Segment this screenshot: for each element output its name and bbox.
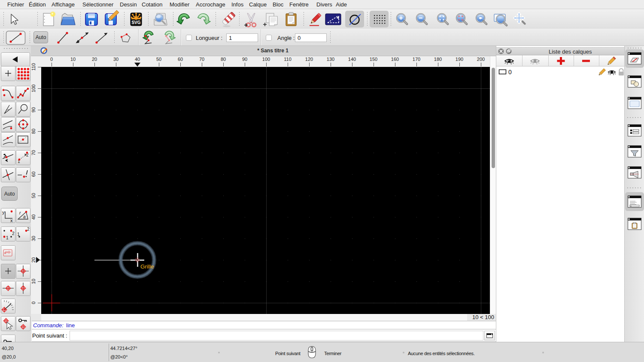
svg-text:SVG: SVG: [131, 20, 140, 25]
svg-text:2: 2: [27, 227, 30, 232]
svg-text:a: a: [23, 214, 26, 219]
svg-text:y: y: [2, 210, 5, 215]
svg-text:0: 0: [508, 69, 512, 75]
svg-text:x: x: [10, 218, 13, 223]
svg-text:2: 2: [12, 231, 15, 236]
svg-text:1: 1: [17, 232, 20, 237]
svg-text:Auto: Auto: [4, 191, 15, 197]
svg-text:1: 1: [6, 235, 9, 240]
svg-text:Grille: Grille: [140, 263, 154, 270]
